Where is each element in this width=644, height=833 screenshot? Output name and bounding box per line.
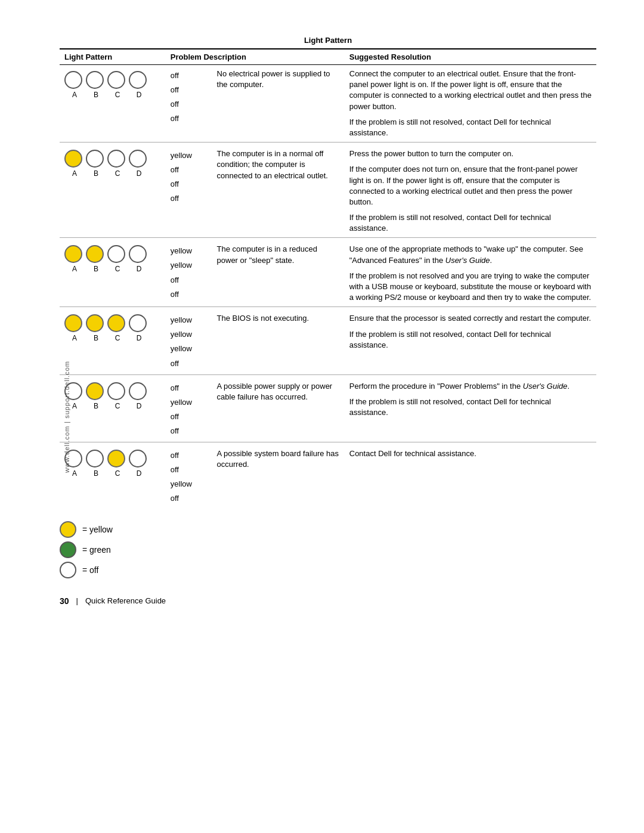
resolution-paragraph: If the problem is still not resolved, co… xyxy=(349,329,592,351)
abcd-label-b: B xyxy=(87,401,105,411)
light-circle-off xyxy=(107,245,125,263)
light-circle-off xyxy=(60,562,76,578)
lights-row xyxy=(64,382,147,400)
light-pattern-cell: ABCD xyxy=(60,374,166,442)
legend-label-yellow: = yellow xyxy=(82,525,113,534)
light-pattern-cell: ABCD xyxy=(60,307,166,374)
legend-item-green: = green xyxy=(60,541,596,558)
light-circle-off xyxy=(129,382,147,400)
abcd-label-c: C xyxy=(109,264,126,274)
abcd-labels: ABCD xyxy=(64,401,148,411)
status-line: off xyxy=(171,191,208,206)
page-number: 30 xyxy=(60,596,69,606)
abcd-label-b: B xyxy=(87,90,105,100)
abcd-label-d: D xyxy=(130,333,148,343)
resolution-cell: Perform the procedure in "Power Problems… xyxy=(345,374,596,442)
lights-row xyxy=(64,150,147,168)
legend-item-off: = off xyxy=(60,562,596,578)
status-line: off xyxy=(171,410,208,424)
resolution-paragraph: Ensure that the processor is seated corr… xyxy=(349,313,592,324)
resolution-paragraph: If the problem is not resolved and you a… xyxy=(349,271,592,304)
light-pattern-cell: ABCD xyxy=(60,238,166,307)
abcd-label-a: A xyxy=(66,90,83,100)
status-line: off xyxy=(171,381,208,395)
diagnostic-table: Light Pattern Problem Description Sugges… xyxy=(60,48,596,509)
light-circle-yellow xyxy=(60,521,76,538)
light-circle-yellow xyxy=(107,314,125,332)
footer-separator: | xyxy=(76,596,78,605)
light-pattern-cell: ABCD xyxy=(60,442,166,509)
page-container: www.dell.com | support.dell.com Light Pa… xyxy=(0,0,644,833)
abcd-label-c: C xyxy=(109,401,126,411)
status-line: off xyxy=(171,491,208,506)
light-circle-off xyxy=(107,382,125,400)
resolution-cell: Press the power button to turn the compu… xyxy=(345,143,596,238)
abcd-label-b: B xyxy=(87,469,105,479)
status-line: off xyxy=(171,97,208,112)
lights-row xyxy=(64,245,147,263)
lights-group: ABCD xyxy=(64,450,161,479)
table-row: ABCDoffoffoffoffNo electrical power is s… xyxy=(60,65,596,143)
abcd-label-a: A xyxy=(66,333,83,343)
light-circle-off xyxy=(86,150,104,168)
light-circle-off xyxy=(86,71,104,89)
abcd-label-a: A xyxy=(66,169,83,179)
resolution-paragraph: Perform the procedure in "Power Problems… xyxy=(349,381,592,392)
status-line: off xyxy=(171,287,208,302)
abcd-label-c: C xyxy=(109,469,126,479)
lights-group: ABCD xyxy=(64,150,161,179)
status-cell: offyellowoffoff xyxy=(166,374,212,442)
resolution-cell: Use one of the appropriate methods to "w… xyxy=(345,238,596,307)
legend-item-yellow: = yellow xyxy=(60,521,596,538)
status-line: yellow xyxy=(171,244,208,258)
light-circle-yellow xyxy=(107,450,125,467)
status-cell: offoffoffoff xyxy=(166,65,212,143)
light-circle-off xyxy=(129,71,147,89)
abcd-labels: ABCD xyxy=(64,469,148,479)
table-row: ABCDyellowyellowoffoffThe computer is in… xyxy=(60,238,596,307)
abcd-label-c: C xyxy=(109,169,126,179)
status-line: off xyxy=(171,424,208,438)
status-line: yellow xyxy=(171,327,208,342)
problem-cell: The BIOS is not executing. xyxy=(212,307,345,374)
status-line: yellow xyxy=(171,148,208,163)
lights-row xyxy=(64,450,147,467)
status-line: yellow xyxy=(171,477,208,491)
status-line: off xyxy=(171,163,208,177)
lights-row xyxy=(64,314,147,332)
lights-group: ABCD xyxy=(64,245,161,274)
abcd-labels: ABCD xyxy=(64,90,148,100)
status-cell: offoffyellowoff xyxy=(166,442,212,509)
problem-cell: The computer is in a reduced power or "s… xyxy=(212,238,345,307)
abcd-label-d: D xyxy=(130,264,148,274)
table-row: ABCDyellowoffoffoffThe computer is in a … xyxy=(60,143,596,238)
status-line: off xyxy=(171,463,208,477)
table-row: ABCDoffoffyellowoffA possible system boa… xyxy=(60,442,596,509)
status-line: off xyxy=(171,448,208,463)
status-cell: yellowyellowyellowoff xyxy=(166,307,212,374)
page-title: Light Pattern xyxy=(60,36,596,45)
legend-label-green: = green xyxy=(82,545,111,555)
resolution-paragraph: Press the power button to turn the compu… xyxy=(349,148,592,159)
resolution-paragraph: If the computer does not turn on, ensure… xyxy=(349,164,592,208)
light-circle-yellow xyxy=(64,150,82,168)
resolution-paragraph: Contact Dell for technical assistance. xyxy=(349,448,592,459)
col-header-problem: Problem Description xyxy=(166,49,345,65)
light-circle-off xyxy=(86,450,104,467)
light-circle-off xyxy=(129,314,147,332)
legend-section: = yellow= green= off xyxy=(60,521,596,578)
light-circle-yellow xyxy=(86,245,104,263)
abcd-label-d: D xyxy=(130,169,148,179)
status-line: yellow xyxy=(171,395,208,410)
side-watermark: www.dell.com | support.dell.com xyxy=(63,361,70,473)
footer-text: Quick Reference Guide xyxy=(85,596,166,605)
lights-group: ABCD xyxy=(64,382,161,411)
abcd-label-c: C xyxy=(109,90,126,100)
status-line: yellow xyxy=(171,342,208,356)
resolution-cell: Ensure that the processor is seated corr… xyxy=(345,307,596,374)
abcd-label-d: D xyxy=(130,401,148,411)
abcd-label-b: B xyxy=(87,169,105,179)
status-cell: yellowyellowoffoff xyxy=(166,238,212,307)
lights-row xyxy=(64,71,147,89)
status-line: off xyxy=(171,112,208,126)
